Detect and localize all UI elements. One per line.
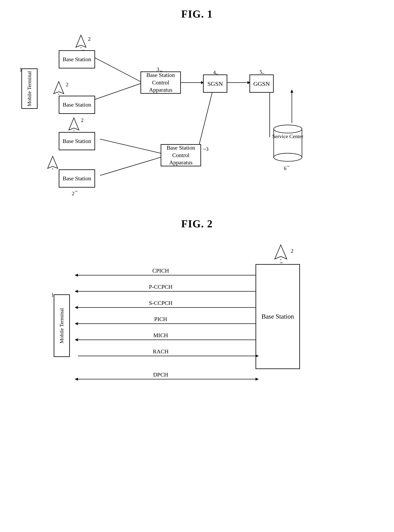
svg-marker-26 <box>75 274 78 276</box>
svg-text:S-CCPCH: S-CCPCH <box>149 300 173 306</box>
fig2-title: FIG. 2 <box>8 218 386 230</box>
antenna-bs3 <box>68 117 80 131</box>
box-bs3: Base Station <box>59 132 95 150</box>
tick-sc: ⌣ <box>287 163 290 169</box>
svg-marker-38 <box>75 338 78 341</box>
fig2-arrows: CPICH P-CCPCH S-CCPCH PICH MICH RACH <box>15 238 379 395</box>
tick-ggsn: ⌣ <box>262 70 264 76</box>
box-bsca2: Base Station Control Apparatus <box>161 144 201 166</box>
label-6: 6 <box>284 165 286 172</box>
page: FIG. 1 Mobile Te <box>0 0 394 532</box>
svg-marker-44 <box>75 378 78 381</box>
svg-marker-12 <box>76 35 86 47</box>
tick-bsca1: ⌣ <box>160 68 162 73</box>
mobile-terminal-fig2: Mobile Terminal <box>54 294 70 357</box>
svg-text:PICH: PICH <box>154 316 167 322</box>
svg-marker-19 <box>69 118 79 130</box>
svg-marker-32 <box>75 306 78 309</box>
fig1-container: Mobile Terminal 1 2 ⌣ Base Station 2 ⌣ <box>15 24 379 206</box>
label-1-fig1: 1 <box>19 66 22 73</box>
tick-sgsn: ⌣ <box>215 71 218 76</box>
svg-line-10 <box>100 157 161 175</box>
svg-text:CPICH: CPICH <box>152 267 169 274</box>
label-2-fig2: 2 <box>291 248 294 254</box>
label-2c: 2 <box>81 117 83 123</box>
box-sgsn: SGSN <box>203 74 227 93</box>
service-center: Service Center <box>272 123 304 164</box>
box-bs2: Base Station <box>59 96 95 114</box>
antenna-bs1 <box>75 34 87 48</box>
svg-line-1 <box>94 83 140 100</box>
label-3a: 3 <box>157 66 159 73</box>
antenna-fig2 <box>274 244 288 260</box>
label-2a: 2 <box>88 36 91 42</box>
fig1-title: FIG. 1 <box>8 8 386 20</box>
box-ggsn: GGSN <box>249 74 274 93</box>
tick-bs4: ⌣ <box>75 188 78 194</box>
service-center-label: Service Center <box>272 133 304 140</box>
box-bs1: Base Station <box>59 50 95 68</box>
svg-point-17 <box>274 125 302 133</box>
svg-marker-45 <box>255 378 259 381</box>
svg-marker-23 <box>275 245 287 259</box>
svg-point-18 <box>274 153 302 161</box>
box-bsca1: Base Station Control Apparatus <box>140 72 181 94</box>
svg-text:P-CCPCH: P-CCPCH <box>149 284 173 290</box>
svg-line-0 <box>94 57 140 82</box>
svg-marker-29 <box>75 290 78 293</box>
label-1-fig2: 1 <box>51 292 54 298</box>
svg-marker-35 <box>75 322 78 325</box>
svg-text:MICH: MICH <box>153 332 168 338</box>
box-bs4: Base Station <box>59 169 95 188</box>
label-2b: 2 <box>66 82 68 88</box>
svg-line-9 <box>100 139 161 153</box>
svg-text:RACH: RACH <box>153 348 169 355</box>
fig2-container: Mobile Terminal 1 2 ⌣ Base Station CPICH… <box>15 238 379 395</box>
label-3b: ~3 <box>203 146 208 152</box>
svg-marker-8 <box>290 89 293 93</box>
box-bs-fig2: Base Station <box>255 264 300 369</box>
mobile-terminal-fig1: Mobile Terminal <box>21 68 37 109</box>
svg-text:DPCH: DPCH <box>153 371 168 378</box>
label-2d: 2 <box>72 191 74 197</box>
svg-marker-21 <box>48 156 58 168</box>
svg-marker-14 <box>54 82 64 94</box>
antenna-bs2 <box>53 81 65 95</box>
antenna-bs4 <box>47 155 59 169</box>
